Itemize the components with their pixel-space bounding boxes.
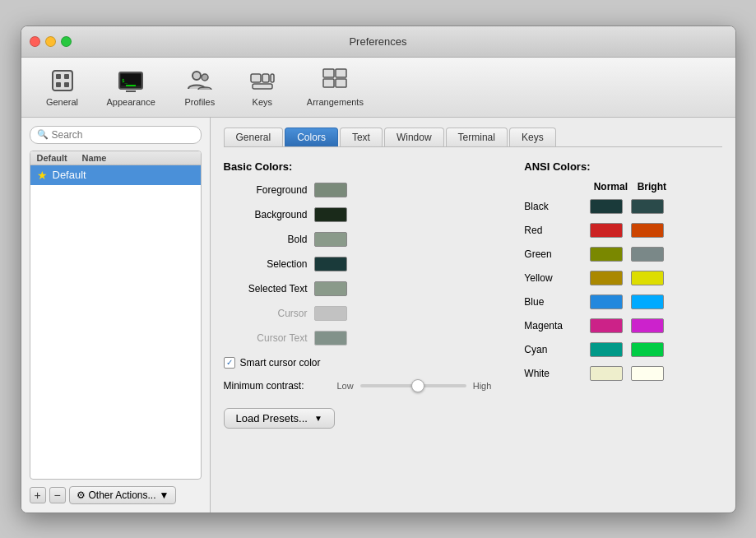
smart-cursor-label: Smart cursor color [240,357,321,369]
ansi-black-normal-swatch[interactable] [590,199,623,214]
add-profile-button[interactable]: + [30,487,46,503]
ansi-blue-bright-swatch[interactable] [631,295,664,309]
load-presets-arrow-icon: ▼ [314,414,322,423]
maximize-button[interactable] [61,36,72,47]
cursor-text-swatch[interactable] [314,331,347,346]
ansi-yellow-label: Yellow [524,272,590,284]
ansi-magenta-normal-swatch[interactable] [590,318,623,333]
right-panel: General Colors Text Window Terminal Keys… [211,118,735,512]
ansi-normal-header: Normal [590,181,631,192]
bold-row: Bold [224,230,492,248]
close-button[interactable] [30,36,40,47]
ansi-red-bright-swatch[interactable] [631,223,664,238]
svg-point-10 [192,72,201,80]
smart-cursor-row: ✓ Smart cursor color [224,357,492,369]
contrast-slider[interactable] [360,384,466,387]
default-star-icon: ★ [37,169,48,182]
other-actions-label: Other Actions... [89,489,156,501]
ansi-white-bright-swatch[interactable] [631,366,664,381]
window-title: Preferences [349,35,406,48]
bold-label: Bold [224,234,314,245]
svg-rect-18 [323,79,334,87]
general-icon [49,67,76,94]
svg-rect-15 [253,84,272,89]
selection-label: Selection [224,258,314,270]
col-name-header: Name [82,153,194,163]
appearance-label: Appearance [107,97,155,107]
appearance-icon: $_ [118,67,144,94]
profiles-icon [187,67,213,94]
cursor-swatch[interactable] [314,306,347,321]
toolbar-item-arrangements[interactable]: Arrangements [300,64,370,110]
selection-swatch[interactable] [314,257,347,271]
svg-rect-7 [126,90,136,92]
svg-rect-16 [323,69,334,77]
svg-rect-17 [336,69,346,77]
ansi-white-label: White [524,368,590,379]
ansi-black-bright-swatch[interactable] [631,199,664,214]
ansi-green-normal-swatch[interactable] [590,247,623,262]
profiles-table: Default Name ★ Default [30,151,202,480]
selected-text-swatch[interactable] [314,281,347,296]
tab-general[interactable]: General [224,128,284,146]
ansi-cyan-bright-swatch[interactable] [631,342,664,357]
remove-profile-button[interactable]: − [49,487,66,503]
load-presets-button[interactable]: Load Presets... ▼ [224,408,335,429]
tab-window[interactable]: Window [384,128,444,146]
tab-keys[interactable]: Keys [509,128,556,146]
keys-label: Keys [253,97,272,107]
ansi-red-normal-swatch[interactable] [590,223,623,238]
ansi-yellow-bright-swatch[interactable] [631,271,664,285]
selected-text-label: Selected Text [224,283,314,295]
other-actions-arrow-icon: ▼ [160,489,169,501]
minimize-button[interactable] [45,36,56,47]
ansi-white-normal-swatch[interactable] [590,366,623,381]
smart-cursor-checkbox[interactable]: ✓ [224,357,235,369]
other-actions-button[interactable]: ⚙ Other Actions... ▼ [69,486,177,504]
cursor-row: Cursor [224,304,492,322]
ansi-magenta-bright-swatch[interactable] [631,318,664,333]
general-label: General [46,97,78,107]
basic-colors-section: Basic Colors: Foreground Background Bold [224,160,492,503]
ansi-magenta-label: Magenta [524,320,590,332]
svg-rect-19 [336,79,346,87]
profiles-header: Default Name [30,151,201,165]
ansi-blue-normal-swatch[interactable] [590,295,623,309]
toolbar-item-general[interactable]: General [38,64,87,110]
ansi-header-row: Normal Bright [524,181,721,192]
tab-text[interactable]: Text [340,128,383,146]
selected-text-row: Selected Text [224,280,492,298]
svg-rect-14 [271,74,274,82]
profile-row[interactable]: ★ Default [30,165,201,185]
foreground-swatch[interactable] [314,183,347,197]
ansi-cyan-label: Cyan [524,344,590,355]
bold-swatch[interactable] [314,232,347,247]
toolbar-item-keys[interactable]: Keys [238,64,287,110]
ansi-cyan-row: Cyan [524,341,721,359]
ansi-green-bright-swatch[interactable] [631,247,664,262]
sidebar: 🔍 Default Name ★ Default + − ⚙ Other Act… [21,118,211,512]
ansi-bright-header: Bright [631,181,672,192]
search-box[interactable]: 🔍 [30,126,202,144]
search-input[interactable] [52,129,194,141]
ansi-red-row: Red [524,221,721,239]
contrast-label: Minimum contrast: [224,380,331,392]
ansi-yellow-normal-swatch[interactable] [590,271,623,285]
ansi-cyan-normal-swatch[interactable] [590,342,623,357]
tab-colors[interactable]: Colors [285,128,338,146]
tab-terminal[interactable]: Terminal [446,128,508,146]
toolbar-item-appearance[interactable]: $_ Appearance [100,64,162,110]
toolbar-item-profiles[interactable]: Profiles [175,64,225,110]
gear-icon: ⚙ [77,489,86,501]
search-icon: 🔍 [37,129,49,140]
svg-rect-2 [64,74,69,79]
background-swatch[interactable] [314,207,347,222]
background-row: Background [224,206,492,224]
cursor-text-label: Cursor Text [224,332,314,344]
sidebar-bottom: + − ⚙ Other Actions... ▼ [30,486,202,504]
tabs: General Colors Text Window Terminal Keys [224,128,722,147]
ansi-magenta-row: Magenta [524,317,721,335]
ansi-green-label: Green [524,248,590,260]
arrangements-label: Arrangements [307,97,364,107]
svg-point-11 [202,74,208,81]
